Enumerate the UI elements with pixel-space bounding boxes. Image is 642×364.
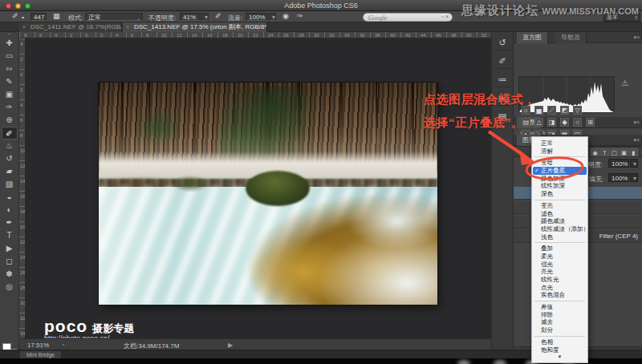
layer-opacity-value[interactable]: 100% [608, 159, 629, 168]
tool-lasso[interactable]: ∾ [2, 63, 18, 75]
blend-menu-item[interactable]: 浅色 [532, 233, 587, 241]
tool-blur[interactable]: ◒ [2, 191, 18, 204]
blend-menu-item[interactable]: 深色 [532, 190, 587, 198]
tablet-pressure-icon[interactable]: ✑ [297, 12, 303, 20]
tool-preset-arrow-icon[interactable]: ▾ [22, 14, 24, 20]
blend-menu-item[interactable]: 强光 [532, 261, 587, 269]
layer-filter-shape-icon[interactable]: ▢ [610, 148, 619, 156]
blend-menu-item[interactable]: 排除 [532, 311, 587, 319]
tool-pen[interactable]: ✒ [2, 216, 18, 229]
search-box-icons[interactable]: ▫ × [441, 14, 449, 19]
blend-menu-item[interactable]: 溶解 [532, 148, 587, 156]
layer-filter-smart-icon[interactable]: ▣ [620, 148, 628, 156]
blend-menu-item[interactable]: 差值 [532, 303, 587, 311]
blend-menu-item[interactable]: 叠加 [532, 245, 587, 253]
tablet-opacity-icon[interactable]: ✐ [215, 12, 221, 20]
tool-eyedropper[interactable]: ✑ [2, 101, 18, 114]
blend-menu-item[interactable]: ✓正片叠底 [533, 167, 587, 175]
blend-menu-item[interactable]: 变亮 [532, 202, 587, 210]
blend-menu-item[interactable]: 划分 [532, 326, 587, 334]
blend-menu-item[interactable]: 线性光 [532, 276, 587, 284]
tool-type[interactable]: T [2, 229, 18, 242]
layer-filter-pick-icon[interactable]: ◉ [591, 148, 599, 156]
brush-size-preset[interactable]: 447 [30, 13, 47, 21]
tab-histogram[interactable]: 直方图 [517, 32, 548, 43]
photo-canvas[interactable] [99, 83, 437, 305]
opacity-value[interactable]: 41% [180, 13, 201, 21]
blend-menu-item[interactable]: 色相 [532, 338, 587, 346]
adjustment-exposure-icon[interactable]: ◩ [560, 106, 569, 115]
blend-menu-item[interactable]: 减去 [532, 318, 587, 326]
tool-history-brush[interactable]: ↺ [2, 152, 18, 165]
search-input[interactable]: Google ▫ × [363, 13, 453, 22]
toggle-brush-panel-icon[interactable]: ▦ [53, 12, 60, 20]
blend-menu-item[interactable]: 亮光 [532, 268, 587, 276]
blend-menu-item[interactable]: 柔光 [532, 253, 587, 261]
blend-menu-item[interactable]: 变暗 [532, 159, 587, 167]
collapsed-panel-history-icon[interactable]: ↺ [494, 34, 511, 51]
adjustment-photo-filter-icon[interactable]: ◆ [560, 118, 569, 127]
close-tab-icon[interactable]: × [22, 22, 26, 32]
flow-label: 流量: [228, 14, 242, 22]
ruler-number: 42 [405, 33, 411, 38]
tool-shape[interactable]: ◻ [2, 255, 18, 268]
adjustment-color-balance-icon[interactable]: △ [534, 118, 543, 127]
zoom-level[interactable]: 17.51% [27, 342, 49, 349]
status-arrow-icon[interactable]: ▶ [228, 342, 233, 349]
panel-menu-icon[interactable]: ▾≡ [633, 119, 640, 126]
histogram-warning-icon[interactable]: ⚠ [621, 79, 628, 87]
close-tab-icon[interactable]: × [126, 22, 129, 32]
blend-menu-item[interactable]: 线性加深 [532, 182, 587, 190]
tool-quick-select[interactable]: ✎ [2, 75, 18, 88]
airbrush-icon[interactable]: ◉ [282, 12, 289, 20]
adjustment-curves-icon[interactable]: ⟋ [547, 106, 556, 115]
collapsed-panel-properties-icon[interactable]: ≔ [494, 71, 511, 87]
tool-healing-brush[interactable]: ⊕ [2, 114, 18, 127]
collapsed-panel-clone-source-icon[interactable]: ✐ [494, 53, 511, 69]
flow-value[interactable]: 100% [246, 13, 268, 21]
tool-eraser[interactable]: ▰ [2, 165, 18, 178]
panel-menu-icon[interactable]: ▾≡ [633, 137, 640, 144]
tool-dodge[interactable]: ◐ [2, 204, 18, 216]
document-tab-1[interactable]: × DSC_1411.NEF @ 16.7%(RGB/8*) [19, 22, 122, 32]
tool-brush[interactable]: ✐ [2, 127, 18, 140]
blend-menu-item[interactable]: 正常 [532, 140, 587, 148]
tool-move[interactable]: ✚ [2, 37, 18, 50]
blend-menu-item[interactable]: 实色混合 [532, 291, 587, 299]
ruler-number: 20 [238, 33, 243, 38]
blend-menu-item[interactable]: 点光 [532, 284, 587, 292]
layer-filter-lock-icon[interactable]: ▮ [629, 148, 638, 156]
brush-tool-preset-icon[interactable]: ✐ [12, 12, 18, 20]
tool-path-select[interactable]: ▶ [2, 242, 18, 255]
adjustment-color-lookup-icon[interactable]: ⊞ [586, 118, 595, 127]
blend-menu-item[interactable]: 线性减淡（添加） [532, 225, 587, 233]
blend-menu-item[interactable]: 滤色 [532, 210, 587, 218]
flow-dropdown-button[interactable]: ▾ [269, 13, 276, 21]
poco-brand: poco [44, 317, 87, 334]
tool-crop[interactable]: ▣ [2, 88, 18, 101]
blend-mode-select[interactable]: 正常⌄ [85, 13, 143, 21]
tool-clone-stamp[interactable]: ♨ [2, 140, 18, 152]
layer-opacity-dropdown[interactable]: ▾ [630, 159, 638, 168]
tab-navigator[interactable]: 导航器 [555, 32, 587, 43]
status-icon[interactable]: ◔ [61, 342, 65, 349]
tool-hand[interactable]: ✽ [2, 268, 18, 281]
blend-menu-item[interactable]: 饱和度 [532, 346, 587, 354]
tool-zoom[interactable]: ◎ [2, 281, 18, 293]
layer-fill-value[interactable]: 100% [608, 173, 629, 182]
layer-filter-text-icon[interactable]: T [600, 148, 609, 156]
adjustment-channel-mixer-icon[interactable]: ○ [573, 118, 582, 127]
blend-menu-item[interactable]: 颜色减淡 [532, 217, 587, 225]
menu-scroll-down-icon[interactable]: ▼ [532, 354, 587, 360]
adjustment-levels-icon[interactable]: ▅ [534, 106, 543, 115]
blend-menu-item[interactable]: 颜色加深 [532, 175, 587, 183]
tool-gradient[interactable]: ▨ [2, 178, 18, 191]
blend-menu-item-label: 差值 [541, 303, 553, 310]
document-tab-2[interactable]: × DSC_1413.NEF @ 17.5% (orton 副本, RGB/8*… [123, 22, 267, 32]
panel-menu-icon[interactable]: ▾≡ [633, 34, 640, 41]
adjustment-black-white-icon[interactable]: ◨ [547, 118, 556, 127]
adjustment-vibrance-icon[interactable]: ▽ [573, 106, 582, 115]
layer-fill-dropdown[interactable]: ▾ [630, 173, 638, 182]
tool-marquee[interactable]: ▭ [2, 50, 18, 63]
opacity-dropdown-button[interactable]: ▾ [201, 13, 209, 21]
